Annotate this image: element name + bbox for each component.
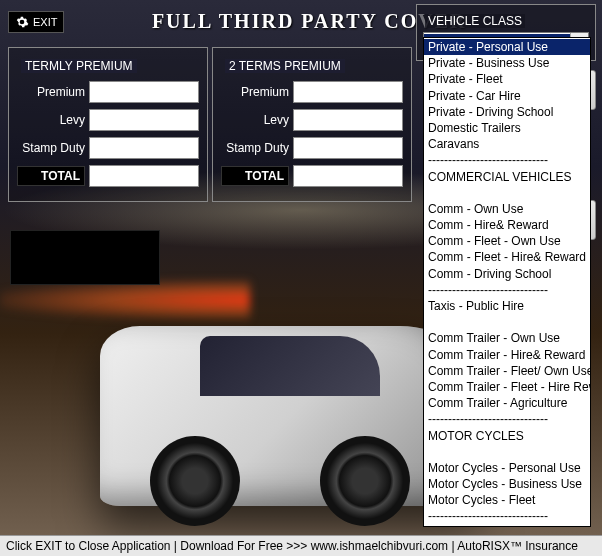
dropdown-item[interactable]: Comm Trailer - Agriculture [424, 395, 590, 411]
dropdown-item[interactable] [424, 185, 590, 201]
dropdown-item[interactable]: Taxis - Public Hire [424, 298, 590, 314]
two-terms-premium-input[interactable] [293, 81, 403, 103]
dropdown-item[interactable] [424, 314, 590, 330]
dropdown-item[interactable]: Comm - Driving School [424, 266, 590, 282]
dropdown-item[interactable]: ------------------------------ [424, 282, 590, 298]
vehicle-class-panel: VEHICLE CLASS Private - Personal Use Pri… [416, 4, 596, 61]
dropdown-item[interactable]: Private - Business Use [424, 55, 590, 71]
dropdown-item[interactable]: Private - Car Hire [424, 88, 590, 104]
dropdown-item[interactable]: Motor Cycles - Fleet [424, 492, 590, 508]
dropdown-item[interactable]: Caravans [424, 136, 590, 152]
termly-stamp-input[interactable] [89, 137, 199, 159]
dropdown-item[interactable]: Private - Fleet [424, 71, 590, 87]
dropdown-item[interactable]: ------------------------------ [424, 508, 590, 524]
dropdown-item[interactable]: Domestic Trailers [424, 120, 590, 136]
termly-levy-input[interactable] [89, 109, 199, 131]
two-terms-premium-panel: 2 TERMS PREMIUM Premium Levy Stamp Duty … [212, 47, 412, 202]
dropdown-item[interactable]: Private - Driving School [424, 104, 590, 120]
dropdown-item[interactable]: Comm Trailer - Fleet - Hire Reward [424, 379, 590, 395]
dropdown-item[interactable]: Comm - Fleet - Own Use [424, 233, 590, 249]
dropdown-item[interactable]: Comm Trailer - Fleet/ Own Use [424, 363, 590, 379]
preview-box [10, 230, 160, 285]
termly-levy-label: Levy [17, 113, 85, 127]
two-terms-premium-label: Premium [221, 85, 289, 99]
dropdown-item[interactable]: Comm Trailer - Own Use [424, 330, 590, 346]
exit-button-label: EXIT [33, 16, 57, 28]
dropdown-item[interactable]: ------------------------------ [424, 152, 590, 168]
two-terms-stamp-input[interactable] [293, 137, 403, 159]
termly-total-label: TOTAL [17, 166, 85, 186]
dropdown-item[interactable]: Comm - Fleet - Hire& Reward [424, 249, 590, 265]
dropdown-item[interactable]: COMMERCIAL VEHICLES [424, 169, 590, 185]
two-terms-stamp-label: Stamp Duty [221, 141, 289, 155]
dropdown-item[interactable]: Comm Trailer - Hire& Reward [424, 347, 590, 363]
two-terms-total-input[interactable] [293, 165, 403, 187]
dropdown-item[interactable]: Comm - Own Use [424, 201, 590, 217]
termly-panel-title: TERMLY PREMIUM [21, 59, 137, 73]
exit-button[interactable]: EXIT [8, 11, 64, 33]
two-terms-levy-input[interactable] [293, 109, 403, 131]
gear-icon [15, 15, 29, 29]
termly-premium-panel: TERMLY PREMIUM Premium Levy Stamp Duty T… [8, 47, 208, 202]
vehicle-class-dropdown[interactable]: Private - Personal UsePrivate - Business… [423, 37, 591, 527]
dropdown-item[interactable]: MOTOR CYCLES [424, 428, 590, 444]
dropdown-item[interactable] [424, 444, 590, 460]
dropdown-item[interactable]: Motor Cycles - Business Use [424, 476, 590, 492]
dropdown-item[interactable]: Motor Cycles - Personal Use [424, 460, 590, 476]
two-terms-levy-label: Levy [221, 113, 289, 127]
dropdown-item[interactable]: Comm - Hire& Reward [424, 217, 590, 233]
two-terms-panel-title: 2 TERMS PREMIUM [225, 59, 345, 73]
termly-premium-label: Premium [17, 85, 85, 99]
termly-stamp-label: Stamp Duty [17, 141, 85, 155]
dropdown-item[interactable]: ------------------------------ [424, 411, 590, 427]
vehicle-class-label: VEHICLE CLASS [425, 14, 525, 28]
termly-premium-input[interactable] [89, 81, 199, 103]
two-terms-total-label: TOTAL [221, 166, 289, 186]
status-bar: Click EXIT to Close Application | Downlo… [0, 535, 602, 556]
termly-total-input[interactable] [89, 165, 199, 187]
dropdown-item[interactable]: Private - Personal Use [424, 39, 590, 55]
